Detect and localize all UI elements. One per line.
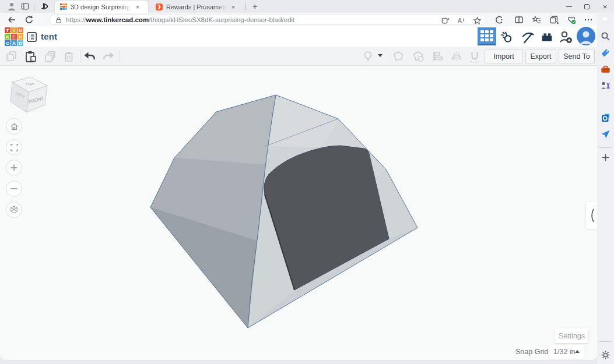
design-menu-icon[interactable] [26,31,37,43]
read-aloud-icon[interactable]: A [457,16,465,25]
tinkercad-logo[interactable]: TIN KER CAD [5,27,23,46]
import-button[interactable]: Import [485,49,523,63]
zoom-out-button[interactable] [6,181,22,197]
divider [388,50,388,62]
shopping-tag-icon[interactable] [601,48,611,58]
profile-icon[interactable] [7,2,16,11]
fit-view-button[interactable] [6,139,22,156]
snap-grid-value: 1/32 in [553,348,576,356]
duplicate-icon[interactable] [44,50,57,63]
url-text: https://www.tinkercad.com/things/kHSleoS… [66,16,294,23]
shield-check-icon[interactable] [567,15,576,24]
search-icon[interactable] [601,31,611,41]
favorites-icon[interactable] [532,15,541,24]
home-view-button[interactable] [6,118,22,135]
mirror-icon[interactable] [450,50,463,63]
divider [599,147,612,148]
tinkercad-favicon [60,3,67,10]
mode-3d-design-button[interactable] [478,27,496,45]
viewcube-top-label[interactable]: TOP [25,82,35,86]
tab-title: 3D design Surprising Densor-Bla [71,3,131,10]
zoom-in-button[interactable] [6,160,22,176]
divider [34,3,34,10]
blocks-pickaxe-icon[interactable] [518,28,536,45]
avatar[interactable] [577,27,595,45]
tent-model[interactable] [0,66,597,360]
toolbox-icon[interactable] [601,64,611,74]
dropdown-caret-icon [575,350,580,353]
customize-sidebar-plus-icon[interactable] [601,153,611,162]
viewport-canvas[interactable]: TOP LEFT FRONT Settings Snap Grid 1/32 i… [0,66,597,360]
snap-grid-dropdown[interactable]: 1/32 in [549,345,584,359]
send-to-button[interactable]: Send To [559,49,595,63]
printables-favicon: ❯ [156,3,163,10]
svg-text:A: A [458,17,462,24]
design-title[interactable]: tent [41,31,57,41]
show-all-bulb-icon[interactable] [362,50,374,63]
bricks-icon[interactable] [538,28,556,45]
collections-icon[interactable] [549,15,559,24]
pinned-tab-playstation-icon[interactable] [41,2,49,10]
group-icon[interactable] [392,50,405,63]
align-icon[interactable] [431,50,444,63]
sidebar-settings-gear-icon[interactable] [601,350,611,360]
undo-icon[interactable] [83,50,96,63]
tab-printables[interactable]: ❯ Rewards | Prusameter | Printables × [150,1,243,13]
url-field[interactable]: https://www.tinkercad.com/things/kHSleoS… [49,15,486,25]
close-button[interactable]: × [596,0,614,13]
snap-grid-label: Snap Grid [515,348,548,356]
delete-icon[interactable] [62,50,75,63]
copy-icon[interactable] [5,50,18,63]
settings-button[interactable]: Settings [555,328,588,343]
magnet-icon[interactable] [468,50,481,63]
more-menu-icon[interactable] [584,15,593,24]
tinkercad-header: TIN KER CAD tent [0,26,597,47]
tab-tinkercad[interactable]: 3D design Surprising Densor-Bla × [55,1,148,13]
drop-paper-plane-icon[interactable] [601,129,611,139]
paste-icon[interactable] [24,50,37,63]
browser-essentials-icon[interactable] [494,15,504,24]
split-screen-add-icon[interactable] [441,16,450,25]
tab-title: Rewards | Prusameter | Printables [166,3,227,10]
edit-toolbar: Import Export Send To [0,47,597,66]
simlab-hand-icon[interactable] [499,28,516,45]
games-icon[interactable] [601,80,611,90]
bulb-dropdown-caret[interactable] [378,54,383,57]
minimize-button[interactable] [560,0,578,13]
divider [245,3,246,10]
refresh-icon[interactable] [24,15,34,24]
outlook-icon[interactable] [601,113,611,123]
maximize-button[interactable] [578,0,596,13]
tab-close-icon[interactable]: × [229,3,237,11]
divider [80,50,80,62]
tab-close-icon[interactable]: × [134,3,142,11]
favorite-star-icon[interactable] [473,16,482,25]
invite-person-add-icon[interactable] [557,28,574,45]
new-tab-button[interactable]: + [250,1,260,12]
divider [120,50,120,62]
edge-sidebar [597,13,614,364]
split-view-icon[interactable] [514,15,524,24]
perspective-toggle-button[interactable] [6,202,22,218]
shapes-panel-toggle[interactable] [585,201,597,229]
export-button[interactable]: Export [525,49,556,63]
lock-icon[interactable] [55,16,62,24]
address-bar: https://www.tinkercad.com/things/kHSleoS… [0,13,597,26]
tab-actions-icon[interactable] [21,2,29,10]
view-cube[interactable]: TOP LEFT FRONT [8,74,49,117]
back-icon[interactable] [7,15,16,24]
redo-icon[interactable] [102,50,115,63]
browser-titlebar: 3D design Surprising Densor-Bla × ❯ Rewa… [0,0,614,13]
ungroup-icon[interactable] [412,50,424,63]
divider [599,341,612,342]
